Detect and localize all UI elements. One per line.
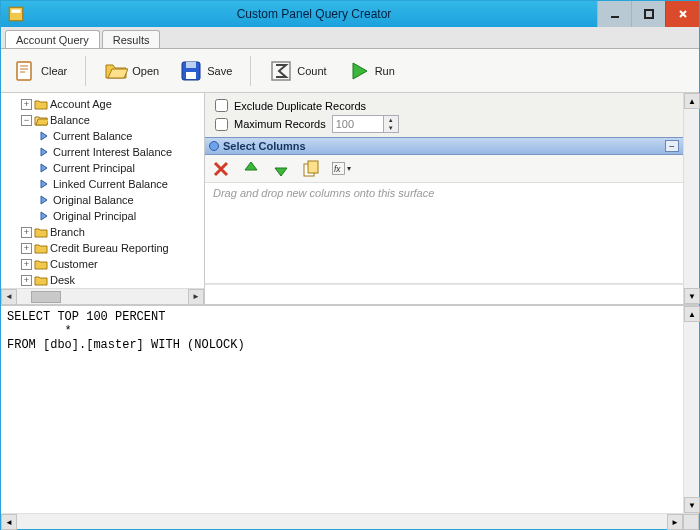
right-panel-scrollbar[interactable]: ▲ ▼ bbox=[683, 93, 699, 304]
svg-rect-6 bbox=[186, 62, 196, 68]
select-columns-surface[interactable]: Drag and drop new columns onto this surf… bbox=[205, 183, 683, 284]
tree-leaf-current-interest-balance[interactable]: Current Interest Balance bbox=[3, 144, 202, 160]
sql-vertical-scrollbar[interactable]: ▲ ▼ bbox=[683, 306, 699, 513]
scroll-track[interactable] bbox=[17, 289, 188, 305]
exclude-duplicates-row: Exclude Duplicate Records bbox=[215, 99, 673, 112]
scroll-thumb[interactable] bbox=[31, 291, 61, 303]
field-tree[interactable]: +Account Age −Balance Current Balance Cu… bbox=[1, 93, 205, 304]
close-button[interactable] bbox=[665, 1, 699, 27]
tree-label: Original Balance bbox=[53, 194, 134, 206]
scroll-up-icon[interactable]: ▲ bbox=[684, 93, 700, 109]
scroll-right-icon[interactable]: ► bbox=[667, 514, 683, 530]
tree-label: Credit Bureau Reporting bbox=[50, 242, 169, 254]
maximum-records-input[interactable] bbox=[332, 115, 384, 133]
select-columns-placeholder: Drag and drop new columns onto this surf… bbox=[213, 187, 434, 199]
content-area: +Account Age −Balance Current Balance Cu… bbox=[1, 93, 699, 529]
clear-button[interactable]: Clear bbox=[7, 55, 73, 87]
exclude-duplicates-checkbox[interactable] bbox=[215, 99, 228, 112]
tree-label: Branch bbox=[50, 226, 85, 238]
tree-leaf-original-principal[interactable]: Original Principal bbox=[3, 208, 202, 224]
tree-node-branch[interactable]: +Branch bbox=[3, 224, 202, 240]
tab-label: Results bbox=[113, 34, 150, 46]
sigma-icon bbox=[269, 59, 293, 83]
toolbar-separator bbox=[250, 56, 251, 86]
main-toolbar: Clear Open Save Count Run bbox=[1, 49, 699, 93]
tree-node-customer[interactable]: +Customer bbox=[3, 256, 202, 272]
query-options: Exclude Duplicate Records Maximum Record… bbox=[205, 93, 683, 137]
count-button[interactable]: Count bbox=[263, 55, 332, 87]
open-label: Open bbox=[132, 65, 159, 77]
svg-rect-4 bbox=[17, 62, 31, 80]
spinner-up-icon[interactable]: ▲ bbox=[384, 116, 398, 124]
dropdown-arrow-icon: ▾ bbox=[347, 164, 351, 173]
tab-results[interactable]: Results bbox=[102, 30, 161, 48]
resize-grip[interactable] bbox=[683, 514, 699, 530]
folder-open-icon bbox=[34, 114, 48, 126]
maximum-records-spinner[interactable]: ▲▼ bbox=[384, 115, 399, 133]
svg-rect-1 bbox=[12, 10, 21, 13]
tree-label: Customer bbox=[50, 258, 98, 270]
folder-icon bbox=[34, 226, 48, 238]
upper-split: +Account Age −Balance Current Balance Cu… bbox=[1, 93, 699, 305]
tree-leaf-current-balance[interactable]: Current Balance bbox=[3, 128, 202, 144]
scroll-left-icon[interactable]: ◄ bbox=[1, 514, 17, 530]
tab-account-query[interactable]: Account Query bbox=[5, 30, 100, 48]
scroll-down-icon[interactable]: ▼ bbox=[684, 497, 700, 513]
scroll-left-icon[interactable]: ◄ bbox=[1, 289, 17, 305]
scroll-track[interactable] bbox=[684, 109, 699, 288]
spinner-down-icon[interactable]: ▼ bbox=[384, 124, 398, 132]
sql-horizontal-scrollbar[interactable]: ◄ ► bbox=[1, 513, 699, 529]
field-icon bbox=[37, 146, 51, 158]
tree-node-desk[interactable]: +Desk bbox=[3, 272, 202, 288]
expand-icon[interactable]: + bbox=[21, 227, 32, 238]
move-up-button[interactable] bbox=[241, 159, 261, 179]
tree-leaf-linked-current-balance[interactable]: Linked Current Balance bbox=[3, 176, 202, 192]
expand-icon[interactable]: + bbox=[21, 99, 32, 110]
move-down-button[interactable] bbox=[271, 159, 291, 179]
save-button[interactable]: Save bbox=[173, 55, 238, 87]
select-columns-header[interactable]: Select Columns − bbox=[205, 137, 683, 155]
maximize-button[interactable] bbox=[631, 1, 665, 27]
count-label: Count bbox=[297, 65, 326, 77]
sql-editor[interactable]: SELECT TOP 100 PERCENT * FROM [dbo].[mas… bbox=[1, 306, 683, 513]
maximum-records-checkbox[interactable] bbox=[215, 118, 228, 131]
svg-rect-7 bbox=[186, 72, 196, 79]
minimize-button[interactable] bbox=[597, 1, 631, 27]
folder-icon bbox=[34, 274, 48, 286]
expand-icon[interactable]: + bbox=[21, 275, 32, 286]
right-panel: Exclude Duplicate Records Maximum Record… bbox=[205, 93, 683, 304]
exclude-duplicates-label: Exclude Duplicate Records bbox=[234, 100, 366, 112]
tree-leaf-current-principal[interactable]: Current Principal bbox=[3, 160, 202, 176]
tree-node-balance[interactable]: −Balance bbox=[3, 112, 202, 128]
title-bar: Custom Panel Query Creator bbox=[1, 1, 699, 27]
panel-minimize-button[interactable]: − bbox=[665, 140, 679, 152]
svg-rect-3 bbox=[645, 10, 653, 18]
field-icon bbox=[37, 162, 51, 174]
scroll-track[interactable] bbox=[17, 514, 667, 529]
svg-text:fx: fx bbox=[334, 165, 341, 174]
formula-button[interactable]: fx▾ bbox=[331, 159, 351, 179]
open-button[interactable]: Open bbox=[98, 55, 165, 87]
scroll-track[interactable] bbox=[684, 322, 699, 497]
app-window: Custom Panel Query Creator Account Query… bbox=[0, 0, 700, 530]
expand-icon[interactable]: + bbox=[21, 243, 32, 254]
scroll-right-icon[interactable]: ► bbox=[188, 289, 204, 305]
maximum-records-label: Maximum Records bbox=[234, 118, 326, 130]
run-label: Run bbox=[375, 65, 395, 77]
folder-icon bbox=[34, 258, 48, 270]
collapse-icon[interactable]: − bbox=[21, 115, 32, 126]
run-button[interactable]: Run bbox=[341, 55, 401, 87]
tree-node-credit-bureau-reporting[interactable]: +Credit Bureau Reporting bbox=[3, 240, 202, 256]
tree-label: Current Balance bbox=[53, 130, 133, 142]
tab-strip: Account Query Results bbox=[1, 27, 699, 49]
select-columns-title: Select Columns bbox=[223, 140, 665, 152]
tree-horizontal-scrollbar[interactable]: ◄ ► bbox=[1, 288, 204, 304]
scroll-down-icon[interactable]: ▼ bbox=[684, 288, 700, 304]
scroll-up-icon[interactable]: ▲ bbox=[684, 306, 700, 322]
copy-button[interactable] bbox=[301, 159, 321, 179]
tree-leaf-original-balance[interactable]: Original Balance bbox=[3, 192, 202, 208]
tree-node-account-age[interactable]: +Account Age bbox=[3, 96, 202, 112]
expand-icon[interactable]: + bbox=[21, 259, 32, 270]
sql-panel: SELECT TOP 100 PERCENT * FROM [dbo].[mas… bbox=[1, 305, 699, 529]
delete-column-button[interactable] bbox=[211, 159, 231, 179]
